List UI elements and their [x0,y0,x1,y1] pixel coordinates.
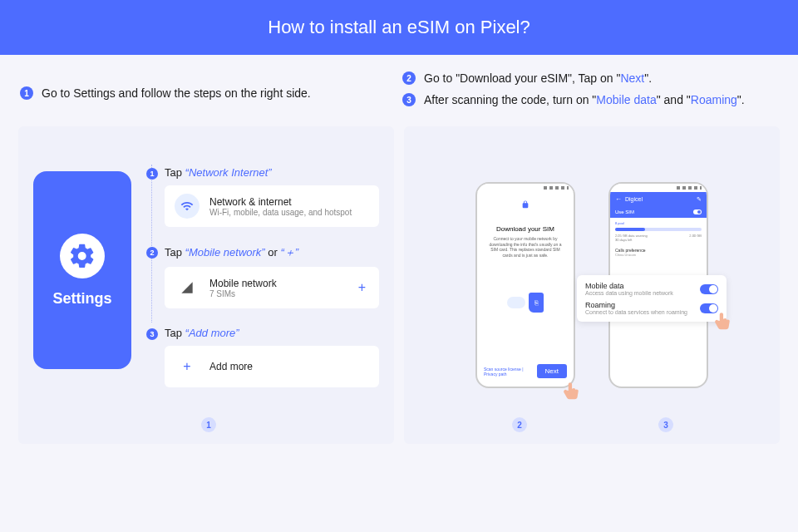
steps-column: 1 Tap “Network Internet” Network & inter… [146,141,379,429]
settings-phone: Settings [33,171,131,369]
instruction-3-text: After scanning the code, turn on "Mobile… [424,93,745,106]
download-sim-sub: Connect to your mobile network by downlo… [477,236,574,258]
toggles-overlay: Mobile data Access data using mobile net… [577,275,727,322]
next-button[interactable]: Next [537,364,567,378]
instruction-1-text: Go to Settings and follow the steps on t… [42,86,311,100]
sim-icon: ⎘ [529,293,544,313]
step-3-num: 3 [146,328,158,340]
plus-icon: + [175,354,200,379]
edit-icon[interactable]: ✎ [697,196,702,203]
plan-label: 8 pool [615,221,702,225]
card-title: Add more [209,361,369,372]
card-sub: Wi-Fi, mobile, data usage, and hotspot [209,208,369,217]
panel-1: Settings 1 Tap “Network Internet” Networ… [18,126,394,444]
download-sim-illustration: ⎘ [477,278,574,328]
use-sim-row[interactable]: Use SIM [610,206,707,218]
wifi-icon [175,194,200,219]
card-title: Mobile network [209,278,348,289]
cloud-icon [507,297,525,308]
plus-icon[interactable]: + [358,280,369,295]
hand-pointer-icon [560,380,582,403]
page-header: How to install an eSIM on Pixel? [0,0,798,55]
calls-preference[interactable]: Calls preference China Unicom [610,245,707,259]
download-sim-title: Download your SIM [477,212,574,236]
step-3-label: Tap “Add more” [165,327,379,339]
panel-2-3: Download your SIM Connect to your mobile… [404,126,780,444]
page-title: How to install an eSIM on Pixel? [268,17,530,38]
mobile-data-row[interactable]: Mobile data Access data using mobile net… [585,282,718,296]
signal-icon [175,275,200,300]
instruction-2-text: Go to "Download your eSIM", Tap on "Next… [424,71,652,85]
settings-label: Settings [52,290,111,308]
carrier-header: ← Digicel ✎ [610,192,707,206]
status-bar [610,184,707,192]
card-sub: 7 SIMs [209,289,348,298]
gear-icon [60,234,105,278]
panel-3-number: 3 [658,417,673,432]
instruction-2: 2 Go to "Download your eSIM", Tap on "Ne… [402,71,778,85]
panel-1-number: 1 [201,417,216,432]
highlight-mobile-data: Mobile data [596,93,656,106]
status-bar [477,184,574,192]
mobile-network-card[interactable]: Mobile network 7 SIMs + [165,267,379,308]
step-3: 3 Tap “Add more” + Add more [146,327,379,387]
hand-pointer-icon [712,310,733,333]
mobile-data-toggle[interactable] [700,284,718,294]
step-2-num: 2 [146,247,158,259]
highlight-roaming: Roaming [691,93,737,106]
step-1-label: Tap “Network Internet” [165,166,379,179]
instruction-1: 1 Go to Settings and follow the steps on… [20,86,352,100]
toggle-icon[interactable] [693,209,702,214]
footer-links[interactable]: Scan source license | Privacy path [484,367,537,377]
roaming-row[interactable]: Roaming Connect to data services when ro… [585,301,718,315]
instruction-3: 3 After scanning the code, turn on "Mobi… [402,93,778,106]
step-1: 1 Tap “Network Internet” Network & inter… [146,166,379,227]
badge-1: 1 [20,86,33,100]
data-usage-bar [615,228,702,231]
step-2-label: Tap “Mobile network” or “＋” [165,245,379,260]
lock-icon [521,200,530,209]
download-sim-phone: Download your SIM Connect to your mobile… [475,182,575,388]
panels-row: Settings 1 Tap “Network Internet” Networ… [0,121,798,462]
badge-2: 2 [402,71,416,85]
add-more-card[interactable]: + Add more [165,346,379,387]
network-internet-card[interactable]: Network & internet Wi-Fi, mobile, data u… [165,185,379,227]
highlight-next: Next [620,71,644,85]
card-title: Network & internet [209,196,369,208]
step-2: 2 Tap “Mobile network” or “＋” Mobile net… [146,245,379,308]
instructions-row: 1 Go to Settings and follow the steps on… [0,55,798,121]
badge-3: 3 [402,93,416,106]
step-1-num: 1 [146,168,158,180]
panel-2-number: 2 [512,417,527,432]
